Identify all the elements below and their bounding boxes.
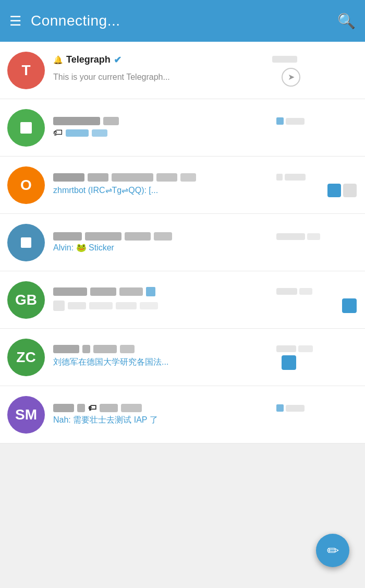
chat-preview-zc: 刘德军在德国大学研究各国法... <box>53 357 277 368</box>
chat-preview-telegraph: This is your current Telegraph... <box>53 73 277 82</box>
badge-icon-zc <box>282 355 296 370</box>
avatar-2 <box>7 109 45 147</box>
chat-content-4: Alvin: 🐸 Sticker <box>53 232 357 253</box>
chat-name-telegraph: 🔔 Telegraph ✔ <box>53 54 272 66</box>
chat-time-telegraph <box>272 56 297 64</box>
chat-item-3[interactable]: O zhmrtbot (IRC⇌Tg⇌QQ): [... <box>0 157 365 214</box>
avatar-sm: SM <box>7 396 45 434</box>
chat-preview-3: zhmrtbot (IRC⇌Tg⇌QQ): [... <box>53 185 277 195</box>
chat-name-gb <box>53 287 272 296</box>
chat-content-zc: 刘德军在德国大学研究各国法... <box>53 345 357 370</box>
chat-content-telegraph: 🔔 Telegraph ✔ This is your current Teleg… <box>53 54 357 87</box>
chat-item-4[interactable]: Alvin: 🐸 Sticker <box>0 214 365 271</box>
chat-item-gb[interactable]: GB <box>0 271 365 329</box>
avatar-zc: ZC <box>7 339 45 376</box>
chat-item-2[interactable]: 🏷 <box>0 99 365 157</box>
chat-preview-4: Alvin: 🐸 Sticker <box>53 243 277 253</box>
avatar-gb: GB <box>7 281 45 319</box>
chat-item-zc[interactable]: ZC 刘德军在德国大学研究各国法... <box>0 329 365 386</box>
chat-list: T 🔔 Telegraph ✔ This is your current Tel… <box>0 42 365 443</box>
avatar-telegraph: T <box>7 52 45 89</box>
avatar-4 <box>7 224 45 261</box>
chat-content-2: 🏷 <box>53 117 357 138</box>
compose-icon: ✏ <box>327 542 339 559</box>
hamburger-menu-icon[interactable]: ☰ <box>9 14 21 28</box>
chat-content-gb <box>53 287 357 313</box>
chat-name-3 <box>53 173 272 182</box>
chat-item-sm[interactable]: SM 🏷 Nah: 需要壮士去测试 IAP 了 <box>0 386 365 443</box>
chat-content-sm: 🏷 Nah: 需要壮士去测试 IAP 了 <box>53 403 357 426</box>
badge-icon-gb <box>342 298 357 313</box>
chat-name-2 <box>53 117 272 125</box>
name-text: Telegraph <box>66 54 111 65</box>
chat-name-zc <box>53 345 272 353</box>
top-bar: ☰ Connecting... 🔍 <box>0 0 365 42</box>
chat-name-4 <box>53 232 272 241</box>
chat-preview-sm: Nah: 需要壮士去测试 IAP 了 <box>53 415 277 426</box>
verified-icon: ✔ <box>114 54 121 66</box>
chat-content-3: zhmrtbot (IRC⇌Tg⇌QQ): [... <box>53 173 357 197</box>
badge-icon-3 <box>327 184 341 197</box>
badge-icon-3b <box>343 184 357 197</box>
avatar-3: O <box>7 166 45 204</box>
search-icon[interactable]: 🔍 <box>337 13 356 30</box>
chat-name-sm: 🏷 <box>53 403 272 413</box>
chat-item-telegraph[interactable]: T 🔔 Telegraph ✔ This is your current Tel… <box>0 42 365 99</box>
muted-icon: 🔔 <box>53 55 63 65</box>
page-title: Connecting... <box>31 13 328 29</box>
share-arrow-icon[interactable]: ➤ <box>282 68 300 87</box>
compose-fab[interactable]: ✏ <box>316 534 349 567</box>
